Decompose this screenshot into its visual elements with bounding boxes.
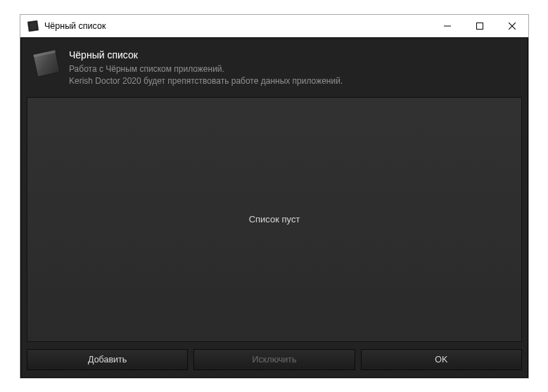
empty-list-label: Список пуст (249, 214, 300, 225)
blacklist-icon (31, 48, 62, 79)
header-title: Чёрный список (69, 49, 343, 61)
add-button[interactable]: Добавить (27, 349, 188, 370)
app-icon (27, 20, 39, 32)
maximize-button[interactable] (464, 15, 496, 37)
blacklist-listbox[interactable]: Список пуст (27, 97, 522, 342)
exclude-button: Исключить (193, 349, 355, 370)
titlebar: Чёрный список (20, 15, 528, 37)
header-description: Работа с Чёрным списком приложений. Keri… (69, 63, 343, 87)
ok-button[interactable]: OK (361, 349, 522, 370)
button-row: Добавить Исключить OK (27, 349, 522, 370)
minimize-button[interactable] (431, 15, 464, 37)
window: Чёрный список (20, 14, 529, 379)
window-controls (431, 15, 528, 37)
window-title: Чёрный список (44, 21, 431, 31)
header-desc-line1: Работа с Чёрным списком приложений. (69, 63, 343, 75)
header: Чёрный список Работа с Чёрным списком пр… (27, 44, 522, 97)
header-desc-line2: Kerish Doctor 2020 будет препятствовать … (69, 75, 343, 87)
svg-rect-1 (29, 22, 37, 30)
client-area: Чёрный список Работа с Чёрным списком пр… (20, 37, 528, 378)
svg-rect-2 (477, 23, 483, 30)
close-button[interactable] (496, 15, 528, 37)
header-text: Чёрный список Работа с Чёрным списком пр… (69, 48, 343, 87)
